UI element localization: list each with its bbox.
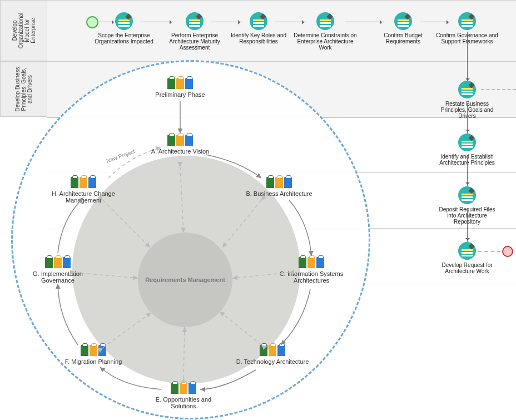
dashed-connector	[478, 251, 500, 252]
node-scope-enterprise[interactable]: Scope the Enterprise Organizations Impac…	[91, 12, 157, 45]
adm-label: Preliminary Phase	[155, 91, 205, 98]
binders-icon	[145, 383, 222, 394]
task-icon	[458, 134, 476, 151]
adm-a-vision[interactable]: A. Architecture Vision	[141, 135, 219, 155]
node-label: Identify Key Roles and Responsibilities	[231, 32, 286, 45]
adm-label: A. Architecture Vision	[151, 148, 209, 155]
task-icon	[458, 81, 476, 98]
adm-b-business[interactable]: B. Business Architecture	[240, 177, 318, 197]
adm-g-governance[interactable]: G. Implementation Governance	[19, 257, 97, 284]
arrow	[467, 32, 468, 82]
adm-label: D. Technology Architecture	[236, 358, 309, 365]
binders-icon	[272, 257, 350, 268]
adm-label: F. Migration Planning	[65, 358, 122, 365]
binders-icon	[141, 78, 219, 89]
end-event	[502, 246, 513, 257]
node-constraints[interactable]: Determine Constraints on Enterprise Arch…	[292, 12, 359, 51]
arrow	[467, 103, 468, 134]
adm-e-opportunities[interactable]: E. Opportunities and Solutions	[145, 383, 222, 409]
node-label: Develop Request for Architecture Work	[441, 262, 492, 274]
adm-d-technology[interactable]: D. Technology Architecture	[234, 345, 311, 365]
node-label: Perform Enterprise Architecture Maturity…	[169, 32, 220, 51]
node-request-work[interactable]: Develop Request for Architecture Work	[434, 242, 500, 274]
adm-label: H. Architecture Change Management	[52, 190, 115, 204]
adm-label: B. Business Architecture	[246, 190, 312, 197]
adm-core-label: Requirements Management	[145, 276, 225, 283]
task-icon	[458, 12, 476, 30]
binders-icon	[141, 135, 219, 146]
binders-icon	[44, 177, 122, 188]
diagram-canvas: Develop Organizational Model for Enterpr…	[0, 0, 516, 420]
lane-2-label: Develop Business Principles, Goals, and …	[14, 66, 33, 112]
adm-label: C. Information Systems Architectures	[280, 270, 343, 284]
binders-icon	[19, 257, 97, 268]
lane-1-header: Develop Organizational Model for Enterpr…	[0, 0, 47, 61]
adm-label: E. Opportunities and Solutions	[156, 396, 211, 409]
adm-f-migration[interactable]: F. Migration Planning	[54, 345, 132, 365]
lane-1-label: Develop Organizational Model for Enterpr…	[12, 8, 36, 54]
node-label: Determine Constraints on Enterprise Arch…	[294, 32, 356, 51]
binders-icon	[240, 177, 318, 188]
node-budget[interactable]: Confirm Budget Requirements	[370, 12, 436, 45]
adm-c-information[interactable]: C. Information Systems Architectures	[272, 257, 350, 284]
task-icon	[316, 12, 334, 30]
node-key-roles[interactable]: Identify Key Roles and Responsibilities	[225, 12, 292, 45]
node-label: Confirm Budget Requirements	[384, 32, 422, 45]
task-icon	[186, 12, 204, 30]
task-icon	[458, 186, 476, 204]
binders-icon	[54, 345, 132, 356]
adm-core: Requirements Management	[138, 233, 232, 327]
task-icon	[250, 12, 267, 30]
task-icon	[115, 12, 133, 30]
lane-2-header: Develop Business Principles, Goals, and …	[0, 61, 47, 117]
node-label: Scope the Enterprise Organizations Impac…	[95, 32, 153, 45]
arrow	[467, 156, 468, 186]
adm-label: G. Implementation Governance	[33, 270, 83, 284]
dashed-connector	[481, 89, 516, 90]
arrow	[467, 209, 468, 242]
adm-preliminary[interactable]: Preliminary Phase	[141, 78, 219, 98]
adm-h-change-mgmt[interactable]: H. Architecture Change Management	[44, 177, 122, 204]
node-maturity-assessment[interactable]: Perform Enterprise Architecture Maturity…	[161, 12, 228, 51]
binders-icon	[234, 345, 311, 356]
task-icon	[394, 12, 412, 30]
task-icon	[458, 242, 476, 260]
